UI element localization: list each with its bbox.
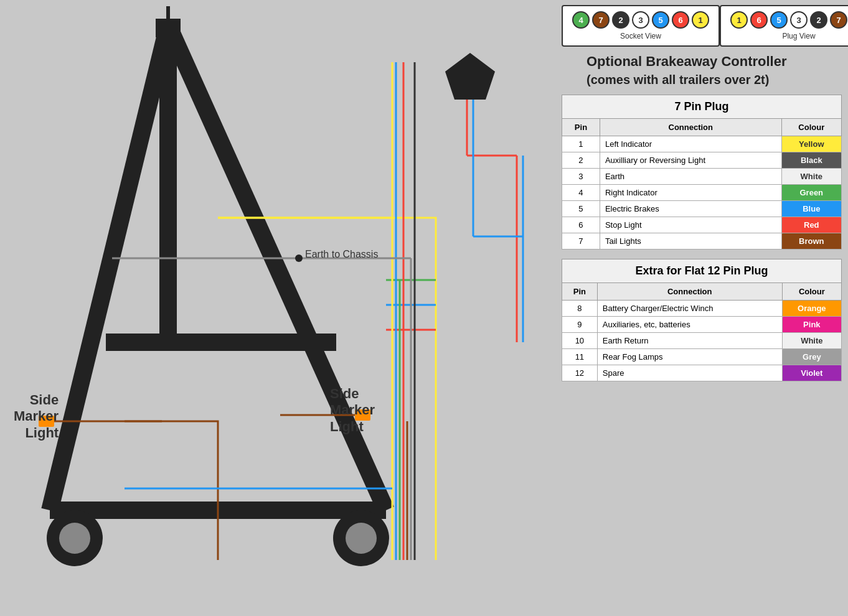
- brakeaway-title: Optional Brakeaway Controller (comes wit…: [587, 53, 787, 88]
- table-row: 3EarthWhite: [562, 169, 842, 185]
- table-row: 4Right IndicatorGreen: [562, 185, 842, 201]
- pin-number: 3: [562, 169, 600, 185]
- colour-cell: Grey: [782, 349, 841, 365]
- svg-point-9: [59, 523, 90, 554]
- colour-cell: White: [782, 333, 841, 349]
- pin-number: 9: [562, 317, 598, 333]
- pin-7: 7: [830, 11, 847, 29]
- pin-number: 10: [562, 333, 598, 349]
- connection-name: Earth Return: [597, 333, 782, 349]
- pin-2: 2: [810, 11, 827, 29]
- table-header: Connection: [597, 283, 782, 301]
- pin-3: 3: [632, 11, 649, 29]
- connection-name: Spare: [597, 365, 782, 381]
- table-row: 1Left IndicatorYellow: [562, 136, 842, 152]
- seven-pin-title: 7 Pin Plug: [562, 95, 842, 118]
- pin-1: 1: [692, 11, 709, 29]
- colour-cell: Yellow: [781, 136, 841, 152]
- socket-view: 4723561 Socket View: [562, 5, 720, 47]
- table-row: 5Electric BrakesBlue: [562, 201, 842, 217]
- connection-name: Auxilliary or Reversing Light: [600, 152, 781, 169]
- twelve-pin-table: Extra for Flat 12 Pin Plug PinConnection…: [562, 259, 842, 381]
- colour-cell: Orange: [782, 301, 841, 317]
- table-row: 10Earth ReturnWhite: [562, 333, 842, 349]
- connection-name: Battery Charger/Electric Winch: [597, 301, 782, 317]
- colour-cell: Blue: [781, 201, 841, 217]
- earth-to-chassis-label: Earth to Chassis: [305, 249, 378, 260]
- colour-cell: White: [781, 169, 841, 185]
- pin-3: 3: [790, 11, 808, 29]
- side-marker-right-label: SideMarkerLight: [330, 386, 375, 435]
- table-header: Colour: [781, 119, 841, 136]
- plug-label: Plug View: [730, 32, 848, 40]
- connection-name: Tail Lights: [600, 233, 781, 250]
- table-row: 9Auxiliaries, etc, batteriesPink: [562, 317, 842, 333]
- connection-name: Earth: [600, 169, 781, 185]
- table-header: Colour: [782, 283, 841, 301]
- pin-2: 2: [612, 11, 629, 29]
- table-row: 7Tail LightsBrown: [562, 233, 842, 250]
- connection-name: Right Indicator: [600, 185, 781, 201]
- pin-number: 1: [562, 136, 600, 152]
- colour-cell: Violet: [782, 365, 841, 381]
- colour-cell: Brown: [781, 233, 841, 250]
- svg-point-34: [295, 254, 303, 262]
- table-row: 2Auxilliary or Reversing LightBlack: [562, 152, 842, 169]
- pin-number: 12: [562, 365, 598, 381]
- svg-point-11: [346, 523, 377, 554]
- colour-cell: Red: [781, 217, 841, 233]
- side-marker-left-label: SideMarkerLight: [14, 392, 59, 441]
- pin-number: 6: [562, 217, 600, 233]
- pin-4: 4: [572, 11, 590, 29]
- pin-5: 5: [770, 11, 788, 29]
- table-header: Connection: [600, 119, 781, 136]
- socket-label: Socket View: [572, 32, 709, 40]
- connection-name: Rear Fog Lamps: [597, 349, 782, 365]
- plug-view: 1653274 Plug View: [720, 5, 848, 47]
- table-header: Pin: [562, 283, 598, 301]
- pin-number: 8: [562, 301, 598, 317]
- colour-cell: Black: [781, 152, 841, 169]
- pin-number: 11: [562, 349, 598, 365]
- table-row: 12SpareViolet: [562, 365, 842, 381]
- pin-number: 2: [562, 152, 600, 169]
- table-row: 8Battery Charger/Electric WinchOrange: [562, 301, 842, 317]
- pin-number: 5: [562, 201, 600, 217]
- pin-number: 7: [562, 233, 600, 250]
- table-row: 6Stop LightRed: [562, 217, 842, 233]
- connection-name: Auxiliaries, etc, batteries: [597, 317, 782, 333]
- seven-pin-table: 7 Pin Plug PinConnectionColour 1Left Ind…: [562, 95, 842, 250]
- connection-name: Electric Brakes: [600, 201, 781, 217]
- pin-number: 4: [562, 185, 600, 201]
- pin-6: 6: [750, 11, 768, 29]
- colour-cell: Pink: [782, 317, 841, 333]
- twelve-pin-title: Extra for Flat 12 Pin Plug: [562, 259, 842, 282]
- pin-6: 6: [672, 11, 689, 29]
- pin-5: 5: [652, 11, 669, 29]
- colour-cell: Green: [781, 185, 841, 201]
- pin-1: 1: [730, 11, 748, 29]
- table-header: Pin: [562, 119, 600, 136]
- table-row: 11Rear Fog LampsGrey: [562, 349, 842, 365]
- connection-name: Stop Light: [600, 217, 781, 233]
- connection-name: Left Indicator: [600, 136, 781, 152]
- pin-7: 7: [592, 11, 610, 29]
